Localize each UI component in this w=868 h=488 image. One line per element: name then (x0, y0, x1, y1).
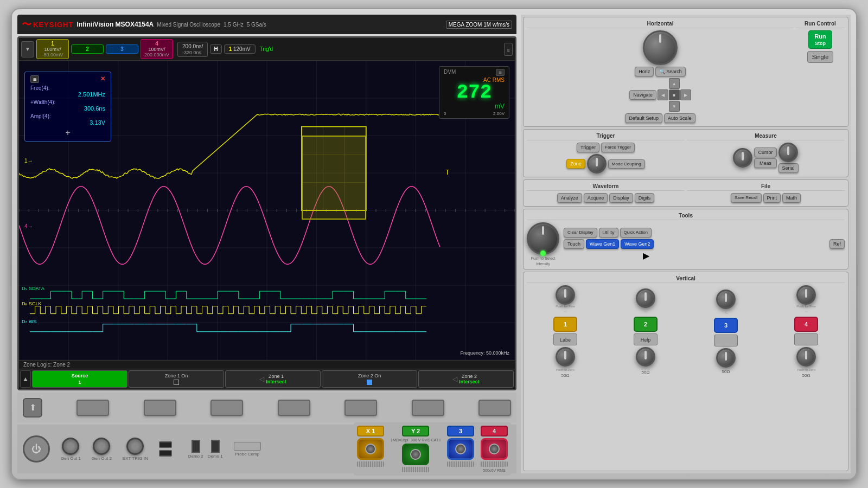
trigger-btn[interactable]: Trigger (577, 143, 599, 152)
ch3-scale-knob[interactable] (716, 290, 736, 309)
softkey-scroll-left[interactable]: ▲ (20, 370, 31, 388)
analyze-btn[interactable]: Analyze (557, 193, 582, 203)
softkey-zone1-on[interactable]: Zone 1 On (129, 370, 224, 388)
gen-out-1-bnc[interactable] (62, 438, 79, 455)
math-btn[interactable]: Math (782, 193, 801, 203)
touch-btn[interactable]: Touch (564, 239, 584, 249)
ch4-scale-knob[interactable] (796, 285, 816, 305)
clear-display-btn[interactable]: Clear Display (564, 228, 597, 237)
ch1-label-btn[interactable]: Labe (553, 333, 577, 345)
nav-down[interactable]: ▼ (669, 101, 680, 112)
nav-right[interactable]: ▶ (680, 89, 691, 100)
softkey-zone2-on[interactable]: Zone 2 On (322, 370, 417, 388)
nav-left[interactable]: ◀ (658, 89, 668, 100)
meas-menu-icon[interactable]: ≡ (30, 75, 39, 83)
soft-btn-2[interactable] (144, 400, 176, 416)
ch2-pos-knob[interactable] (636, 347, 655, 367)
acquire-btn[interactable]: Acquire (584, 193, 608, 203)
softkey-zone1-intersect[interactable]: ◁ Zone 1 Intersect (225, 370, 321, 388)
soft-btn-6[interactable] (412, 400, 444, 416)
trigger-level-btn[interactable]: 1 120mV (224, 44, 256, 54)
soft-btn-4[interactable] (278, 400, 310, 416)
cursor-btn[interactable]: Cursor (754, 147, 776, 157)
ref-btn[interactable]: Ref (829, 239, 845, 249)
search-btn[interactable]: 🔍 Search (655, 67, 686, 76)
digits-btn[interactable]: Digits (635, 193, 655, 203)
measure-knob[interactable] (733, 148, 752, 168)
ch-inputs-area: X 1 Y 2 1MΩ=16pF 300 V RMS CAT I 3 (354, 422, 511, 476)
single-btn[interactable]: Single (807, 51, 834, 63)
ch1-scale-knob[interactable] (556, 285, 575, 305)
softkey-zone2-intersect[interactable]: ◁ Zone 2 Intersect (418, 370, 514, 388)
meas-add-btn[interactable]: + (30, 128, 105, 138)
push-to-select-knob[interactable] (527, 222, 559, 255)
right-panel: Horizontal Horiz 🔍 Search Navigate (521, 15, 851, 473)
probe-comp-slider[interactable] (234, 442, 261, 451)
meas-btn[interactable]: Meas (754, 158, 776, 168)
ch2-bnc[interactable] (402, 444, 429, 465)
demo2-port[interactable] (192, 440, 200, 453)
timebase-scale-btn[interactable]: 200.0ns/ -320.0ns (177, 42, 208, 57)
channel-3-btn[interactable]: 3 (106, 44, 138, 54)
dvm-menu[interactable]: ≡ (496, 69, 505, 76)
soft-btn-5[interactable] (344, 400, 377, 416)
wavegen2-btn[interactable]: Wave Gen2 (621, 239, 654, 249)
channel-2-btn[interactable]: 2 (71, 44, 104, 54)
demo1-port[interactable] (211, 440, 220, 453)
power-btn[interactable]: ⏻ (23, 435, 50, 463)
nav-up[interactable]: ▲ (669, 78, 680, 89)
horiz-btn[interactable]: Horiz (635, 67, 654, 76)
quick-action-btn[interactable]: Quick Action (620, 228, 652, 237)
channel-menu-btn[interactable]: ▼ (21, 41, 34, 57)
serial-btn[interactable]: Serial (778, 163, 799, 173)
mode-coupling-btn[interactable]: Mode Coupling (608, 159, 645, 169)
display-btn[interactable]: Display (609, 193, 633, 203)
gen-out-2-bnc[interactable] (93, 438, 110, 455)
ch1-bnc[interactable] (357, 438, 384, 460)
usb-port-2[interactable] (159, 450, 172, 457)
ch3-channel-btn[interactable]: 3 (714, 318, 738, 333)
wavegen1-btn[interactable]: Wave Gen1 (586, 239, 619, 249)
channel-1-btn[interactable]: 1 100mV/ -80.00mV (36, 39, 69, 59)
upload-btn[interactable]: ⬆ (23, 398, 42, 418)
auto-scale-btn[interactable]: Auto Scale (664, 113, 695, 123)
ch1-pos-knob[interactable] (556, 347, 575, 367)
cursors-knob[interactable] (778, 143, 798, 162)
softkey-source[interactable]: Source 1 (32, 370, 127, 388)
print-btn[interactable]: Print (763, 193, 781, 203)
ch4-pos-knob[interactable] (796, 347, 816, 367)
ext-trig-bnc[interactable] (126, 438, 144, 455)
ch4-channel-btn[interactable]: 4 (794, 317, 818, 332)
ch2-channel-btn[interactable]: 2 (634, 317, 658, 332)
ch3-pos-knob[interactable] (716, 348, 736, 368)
run-btn[interactable]: Run Stop (808, 30, 832, 49)
horizontal-scale-knob[interactable] (643, 30, 678, 65)
navigate-btn[interactable]: Navigate (629, 90, 656, 100)
ch1-channel-btn[interactable]: 1 (553, 317, 577, 332)
megazoom-label: MEGA ZOOM 1M wfms/s (446, 21, 512, 29)
model-freq: 1.5 GHz (224, 22, 244, 28)
default-setup-btn[interactable]: Default Setup (625, 113, 662, 123)
ch4-help-btn[interactable] (794, 333, 818, 345)
scope-display: ≡ ✕ Freq(4): 2.501MHz +Width(4): 300.6ns… (19, 61, 515, 360)
screen-menu-btn[interactable]: ≡ (504, 43, 513, 56)
soft-btn-7[interactable] (478, 400, 511, 416)
right-arrow-btn[interactable]: ▶ (643, 251, 654, 261)
ch3-help-btn[interactable] (714, 335, 738, 346)
soft-btn-1[interactable] (76, 400, 109, 416)
usb-port-1[interactable] (159, 441, 172, 448)
utility-btn[interactable]: Utility (599, 228, 618, 237)
nav-center[interactable]: ■ (669, 89, 680, 100)
ch2-help-btn[interactable]: Help (634, 333, 658, 345)
soft-btn-3[interactable] (210, 400, 243, 416)
trigger-level-knob[interactable] (587, 154, 607, 174)
ch2-scale-knob[interactable] (636, 288, 655, 308)
ch3-bnc[interactable] (447, 438, 474, 460)
zone-btn[interactable]: Zone (566, 159, 585, 169)
save-recall-btn[interactable]: Save Recall (731, 193, 762, 203)
H-btn[interactable]: H (210, 44, 221, 54)
ch4-bnc[interactable] (481, 438, 508, 460)
meas-close-btn[interactable]: ✕ (100, 75, 105, 83)
force-trigger-btn[interactable]: Force Trigger (601, 143, 635, 152)
channel-4-btn[interactable]: 4 100mV/ 200.000mV (141, 39, 173, 59)
